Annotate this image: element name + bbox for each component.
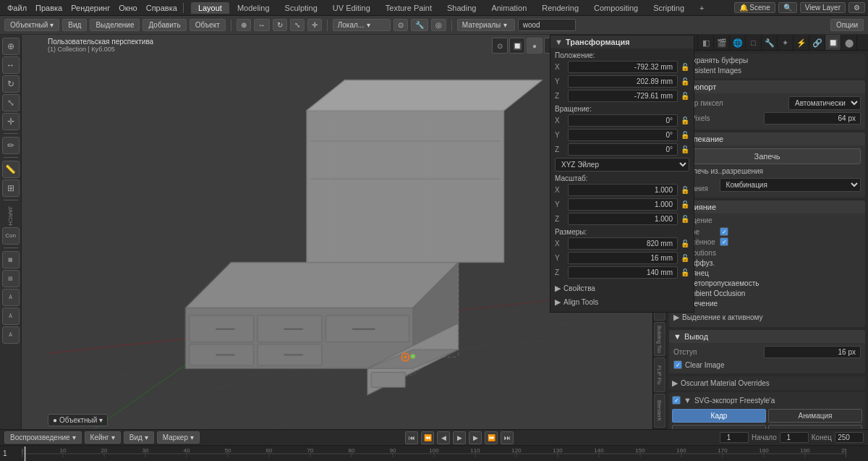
addon-btn4[interactable]: Ā [2,289,20,306]
keying-menu[interactable]: Кейнг ▾ [85,431,121,444]
rotation-mode-select[interactable]: XYZ Эйлер [555,158,689,172]
mode-selector[interactable]: Объектный ▾ [4,19,59,31]
rpt-view-layer[interactable]: ◧ [698,35,714,51]
strip-tab-building[interactable]: Building Too [654,322,665,356]
tool-annotate[interactable]: ✏ [2,137,20,154]
addon-btn6[interactable]: Ā [2,326,20,344]
tool-rotate-btn[interactable]: ↻ [2,75,20,93]
add-menu[interactable]: Добавить [142,19,186,31]
search-input[interactable] [518,19,576,31]
view-menu-tl[interactable]: Вид ▾ [124,431,154,444]
marker-menu[interactable]: Маркер ▾ [157,431,200,444]
go-start-btn[interactable]: ⏮ [405,431,418,444]
rpt-modifiers[interactable]: 🔧 [762,35,778,51]
direct-cb[interactable] [720,227,728,236]
scale-y-field[interactable]: 1.000 [568,198,678,211]
animation-btn[interactable]: Анимация [768,409,862,423]
frame-scrubber[interactable]: 0 10 20 30 40 50 60 70 80 [0,445,868,461]
addon-btn3[interactable]: ▤ [2,270,20,287]
split-label-btn[interactable]: Раздел..дмости [672,425,766,429]
rpt-particles[interactable]: ✦ [778,35,793,51]
tab-modeling[interactable]: Modeling [230,2,277,14]
proportional-edit[interactable]: ◎ [431,19,446,31]
tool-measure[interactable]: 📏 [2,161,20,178]
bake-section-header[interactable]: ▼ Запекание [669,132,865,145]
influence-section-header[interactable]: ▼ Влияние [669,200,865,213]
pos-y-field[interactable]: 202.89 mm [568,75,678,88]
tab-add[interactable]: + [692,2,711,14]
overlay-btn[interactable]: ⊙ [492,38,508,54]
rpt-world[interactable]: 🌐 [730,35,746,51]
rpt-material[interactable]: ⬤ [841,35,857,51]
indirect-cb[interactable] [720,237,728,246]
play-btn[interactable]: ▶ [453,431,466,444]
tab-uv-editing[interactable]: UV Editing [326,2,378,14]
dim-x-field[interactable]: 820 mm [568,237,678,250]
output-section-header[interactable]: ▼ Вывод [669,330,865,343]
tab-animation[interactable]: Animation [484,2,534,14]
snap-btn[interactable]: 🔧 [411,19,428,31]
rpt-constraints[interactable]: 🔗 [809,35,825,51]
lock-dz[interactable]: 🔓 [681,268,689,276]
menu-help[interactable]: Справка [142,2,182,14]
menu-render[interactable]: Рендеринг [67,2,114,14]
tool-add[interactable]: ⊞ [2,179,20,197]
addon-btn2[interactable]: ▦ [2,251,20,268]
align-tools-header[interactable]: ▶ Align Tools [555,295,689,309]
svg-cb[interactable] [672,396,681,405]
select-menu[interactable]: Выделение [90,19,140,31]
rpt-data[interactable]: 🔲 [825,35,841,51]
frame-btn[interactable]: Кадр [672,409,766,423]
lock-sx[interactable]: 🔓 [681,186,689,194]
pos-z-field[interactable]: -729.61 mm [568,90,678,102]
menu-edit[interactable]: Правка [31,2,67,14]
vp-mode-selector[interactable]: ● Объектный ▾ [48,414,108,426]
oscurart-section[interactable]: ▶ Oscurart Material Overrides [669,376,865,390]
lock-sy[interactable]: 🔓 [681,200,689,208]
tab-rendering[interactable]: Rendering [535,2,586,14]
bake-type-select[interactable]: Комбинация [720,178,861,192]
rot-z-field[interactable]: 0° [568,143,678,156]
svg-header[interactable]: ▼ SVG-экспорт Freestyle'а [672,394,862,406]
menu-window[interactable]: Окно [114,2,142,14]
tab-shading[interactable]: Shading [440,2,483,14]
dim-y-field[interactable]: 16 mm [568,252,678,264]
gizmo-btn[interactable]: 🔲 [509,38,525,54]
tool-move[interactable]: ↔ [254,19,270,31]
properties-header[interactable]: ▶ Свойства [555,282,689,295]
tool-cursor[interactable]: ⊕ [237,19,251,31]
layer-selector[interactable]: View Layer [800,2,846,13]
tool-move-btn[interactable]: ↔ [2,56,20,74]
pivot-point[interactable]: ⊙ [393,19,408,31]
lock-sz[interactable]: 🔓 [681,215,689,223]
dim-z-field[interactable]: 140 mm [568,266,678,279]
tool-rotate[interactable]: ↻ [273,19,287,31]
playback-menu[interactable]: Воспроизведение ▾ [4,431,82,444]
viewport-shading-solid[interactable]: ● [527,38,542,54]
options-btn[interactable]: Опции [830,19,864,31]
lock-rz[interactable]: 🔓 [681,145,689,153]
clear-image-cb[interactable] [673,360,682,369]
lock-ry[interactable]: 🔓 [681,131,689,139]
rpt-scene[interactable]: 🎬 [714,35,730,51]
rpt-physics[interactable]: ⚡ [793,35,809,51]
tab-scripting[interactable]: Scripting [646,2,692,14]
scale-x-field[interactable]: 1.000 [568,184,678,196]
rot-y-field[interactable]: 0° [568,129,678,141]
next-frame-btn[interactable]: ▶ [469,431,482,444]
end-frame-field[interactable] [835,432,864,443]
bake-button[interactable]: Запечь [673,148,861,164]
tool-cursor-btn[interactable]: ⊕ [2,38,20,55]
filter-btn[interactable]: ⚙ [848,2,865,13]
rpt-object[interactable]: □ [746,35,762,51]
lock-dx[interactable]: 🔓 [681,240,689,248]
tool-transform[interactable]: ✛ [307,19,322,31]
strip-tab-blenderk[interactable]: BlenderK [654,394,665,428]
tab-texture-paint[interactable]: Texture Paint [378,2,439,14]
tab-compositing[interactable]: Compositing [587,2,645,14]
margin-field[interactable]: 16 px [764,346,861,358]
lock-z[interactable]: 🔓 [681,92,689,100]
rot-x-field[interactable]: 0° [568,114,678,127]
start-pixels-field[interactable]: 64 px [764,112,861,124]
lock-rx[interactable]: 🔓 [681,117,689,124]
